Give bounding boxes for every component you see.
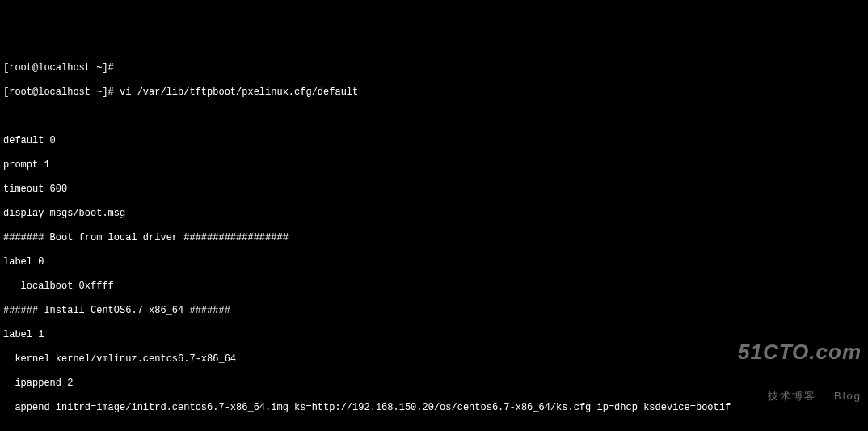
cfg-timeout: timeout 600 bbox=[3, 184, 67, 195]
cfg-prompt: prompt 1 bbox=[3, 159, 50, 171]
shell-prompt: [root@localhost ~]# bbox=[3, 62, 114, 74]
terminal-output: [root@localhost ~]# [root@localhost ~]# … bbox=[3, 50, 865, 431]
shell-command: [root@localhost ~]# vi /var/lib/tftpboot… bbox=[3, 87, 358, 98]
section-centos67: ###### Install CentOS6.7 x86_64 ####### bbox=[3, 305, 230, 316]
cfg-display: display msgs/boot.msg bbox=[3, 208, 125, 219]
label-0: label 0 bbox=[3, 256, 44, 268]
centos67-kernel: kernel kernel/vmlinuz.centos6.7-x86_64 bbox=[3, 353, 236, 365]
centos67-append: append initrd=image/initrd.centos6.7-x86… bbox=[3, 402, 731, 413]
centos67-ipappend: ipappend 2 bbox=[3, 378, 73, 389]
label-1: label 1 bbox=[3, 329, 44, 340]
localboot-line: localboot 0xffff bbox=[3, 281, 114, 292]
cfg-default: default 0 bbox=[3, 135, 56, 146]
section-boot-local: ####### Boot from local driver #########… bbox=[3, 232, 289, 243]
